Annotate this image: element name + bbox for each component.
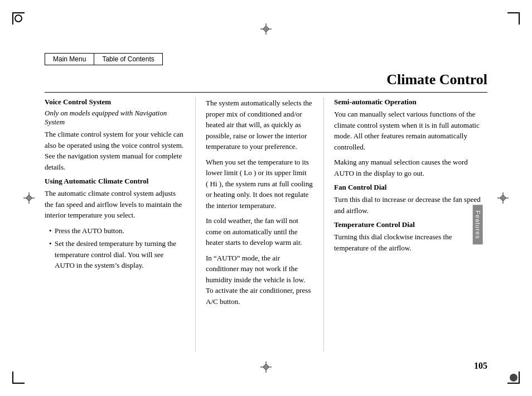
col-left: Voice Control System Only on models equi… [45,98,195,351]
auto-climate-text: The automatic climate control system adj… [45,188,184,221]
voice-control-heading: Voice Control System [45,98,184,107]
content-area: Voice Control System Only on models equi… [45,98,487,351]
circle-mark-br [510,374,518,381]
middle-para3: In cold weather, the fan will not come o… [206,215,313,248]
semi-auto-text1: You can manually select various function… [334,109,487,152]
corner-bracket-bl [12,371,25,384]
reg-mark-top [260,23,272,35]
bullet-item-2: Set the desired temperature by turning t… [49,238,184,271]
nav-bar: Main Menu Table of Contents [45,53,163,65]
middle-para4: In “AUTO” mode, the air conditioner may … [206,253,313,307]
col-middle: The system automatically selects the pro… [195,98,323,351]
voice-control-text: The climate control system for your vehi… [45,129,184,172]
fan-control-text: Turn this dial to increase or decrease t… [334,194,487,216]
page-title: Climate Control [386,71,487,88]
corner-bracket-tr [507,12,520,25]
reg-mark-left [23,192,35,204]
reg-mark-bottom [260,361,272,373]
middle-para1: The system automatically selects the pro… [206,98,313,152]
table-of-contents-button[interactable]: Table of Contents [94,53,162,65]
main-menu-button[interactable]: Main Menu [45,53,94,65]
bullet-item-1: Press the AUTO button. [49,225,184,236]
temp-control-heading: Temperature Control Dial [334,220,487,229]
reg-mark-right [497,192,509,204]
semi-auto-heading: Semi-automatic Operation [334,98,487,107]
auto-climate-heading: Using Automatic Climate Control [45,177,184,186]
col-right: Semi-automatic Operation You can manuall… [323,98,487,351]
features-tab: Features [472,205,482,244]
bullet-list: Press the AUTO button. Set the desired t… [45,225,184,271]
circle-mark-tl [14,15,22,22]
semi-auto-text2: Making any manual selection causes the w… [334,157,487,178]
title-rule [45,92,487,93]
voice-control-italic: Only on models equipped with Navigation … [45,109,184,127]
fan-control-heading: Fan Control Dial [334,183,487,192]
middle-para2: When you set the temperature to its lowe… [206,157,313,211]
page-number: 105 [474,361,487,371]
temp-control-text: Turning this dial clockwise increases th… [334,231,487,253]
